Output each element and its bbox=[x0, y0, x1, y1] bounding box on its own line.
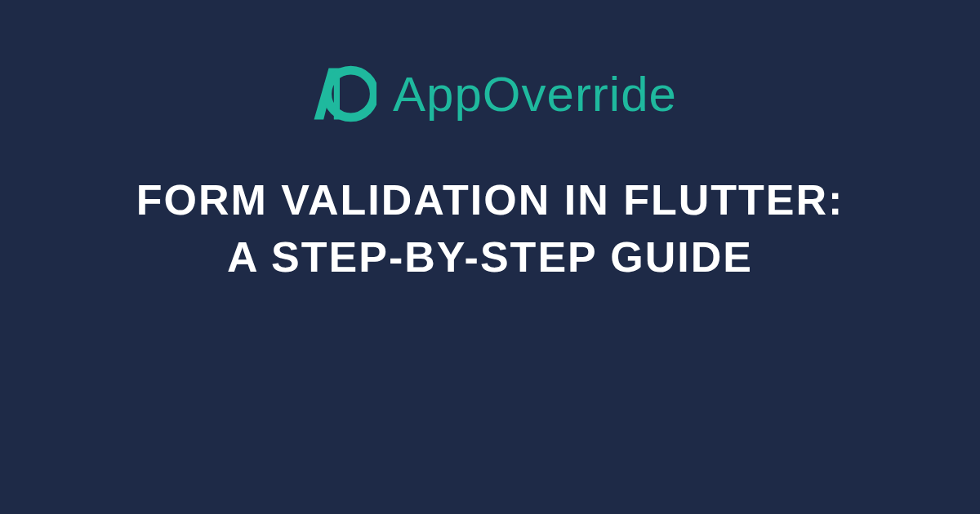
brand-logo-icon bbox=[303, 57, 376, 131]
brand-name: AppOverride bbox=[393, 66, 677, 122]
page-title: Form Validation in Flutter: A Step-by-St… bbox=[122, 171, 858, 286]
logo-container: AppOverride bbox=[303, 57, 677, 131]
